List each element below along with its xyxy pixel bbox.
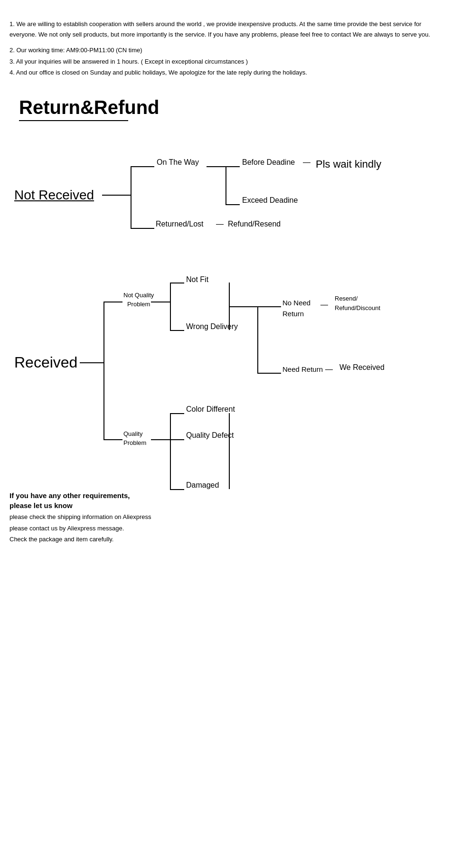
nr-h-line-top bbox=[131, 166, 154, 167]
not-received-diagram: Not Received On The Way Before Deadine —… bbox=[9, 140, 442, 245]
rec-h-wrongdel bbox=[170, 330, 184, 331]
rec-v-main bbox=[103, 302, 104, 439]
nr-v-line bbox=[131, 166, 132, 228]
rec-h-qualdef bbox=[170, 439, 184, 440]
nr-h-before bbox=[226, 166, 240, 167]
intro-p2: 2. Our working time: AM9:00-PM11:00 (CN … bbox=[9, 45, 442, 56]
needreturn-dash: — bbox=[325, 365, 333, 374]
need-return-label: Need Return bbox=[282, 365, 323, 373]
footer-note2: please contact us by Aliexpress message. bbox=[9, 523, 442, 534]
noneed-dash: — bbox=[320, 301, 328, 309]
resend-refund-label: Resend/Refund/Discount bbox=[335, 294, 380, 312]
exceed-deadine-label: Exceed Deadine bbox=[242, 196, 298, 205]
intro-p4: 4. And our office is closed on Sunday an… bbox=[9, 67, 442, 78]
on-the-way-label: On The Way bbox=[157, 158, 199, 167]
rec-v-mid bbox=[257, 306, 258, 373]
not-received-label: Not Received bbox=[14, 188, 94, 203]
rec-h-colordiff bbox=[170, 413, 184, 414]
quality-problem-label: QualityProblem bbox=[123, 430, 146, 447]
pls-wait-label: Pls wait kindly bbox=[316, 158, 381, 170]
rec-h-damaged bbox=[170, 489, 184, 490]
rec-h-noneed bbox=[257, 306, 281, 307]
intro-p1: 1. We are willing to establish cooperati… bbox=[9, 19, 442, 40]
no-need-return-label: No NeedReturn bbox=[282, 298, 310, 319]
before-dash: — bbox=[303, 158, 310, 167]
nr-h-exceed bbox=[226, 204, 240, 205]
we-received-label: We Received bbox=[339, 363, 385, 372]
not-fit-label: Not Fit bbox=[186, 275, 208, 284]
footer-note3: Check the package and item carefully. bbox=[9, 534, 442, 545]
rec-h-qp2 bbox=[151, 439, 170, 440]
rec-v-qp bbox=[170, 413, 171, 489]
rec-h-mid bbox=[229, 306, 257, 307]
rec-h-qp bbox=[103, 439, 122, 440]
rec-v-qp-right bbox=[229, 413, 230, 489]
footer-bold1: If you have any other requirements, bbox=[9, 491, 442, 500]
section-title: Return&Refund bbox=[9, 97, 442, 118]
nr-h-line-bottom bbox=[131, 228, 154, 229]
damaged-label: Damaged bbox=[186, 481, 219, 490]
rec-h-needreturn bbox=[257, 373, 281, 374]
rec-h-nqp2 bbox=[151, 302, 170, 302]
title-underline bbox=[19, 120, 128, 121]
returned-lost-label: Returned/Lost bbox=[156, 220, 204, 228]
rec-h-notfit bbox=[170, 283, 184, 283]
rec-v-nqp bbox=[170, 283, 171, 330]
footer-note1: please check the shipping information on… bbox=[9, 511, 442, 522]
nr-v-bracket bbox=[226, 166, 226, 204]
color-different-label: Color Different bbox=[186, 405, 235, 414]
returned-dash: — bbox=[216, 220, 224, 228]
nr-h-line1 bbox=[102, 195, 131, 196]
footer-section: If you have any other requirements, plea… bbox=[9, 491, 442, 545]
footer-bold2: please let us know bbox=[9, 501, 442, 509]
before-deadine-label: Before Deadine bbox=[242, 158, 295, 167]
nr-h-line-ontheway bbox=[207, 166, 226, 167]
nqp-label: Not QualityProblem bbox=[123, 291, 154, 308]
rec-h-nqp bbox=[103, 302, 122, 302]
refund-resend-label: Refund/Resend bbox=[228, 220, 281, 228]
rec-h-main bbox=[80, 362, 103, 363]
intro-p3: 3. All your inquiries will be answered i… bbox=[9, 56, 442, 67]
quality-defect-label: Quality Defect bbox=[186, 431, 234, 440]
wrong-delivery-label: Wrong Delivery bbox=[186, 322, 238, 331]
received-label: Received bbox=[14, 354, 77, 371]
received-diagram: Received Not QualityProblem Not Fit Wron… bbox=[9, 273, 442, 472]
